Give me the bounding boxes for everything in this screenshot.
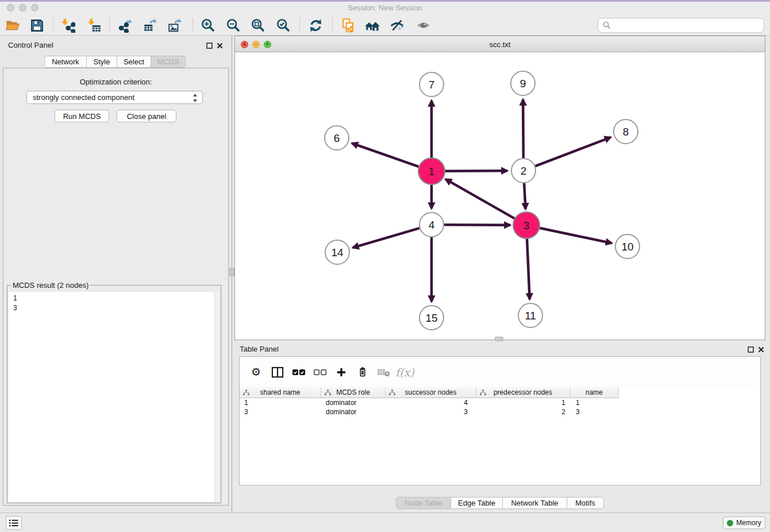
export-table-icon[interactable] <box>140 16 160 34</box>
criterion-select[interactable]: strongly connected component <box>26 91 203 104</box>
export-image-icon[interactable] <box>165 16 184 34</box>
tab-motifs[interactable]: Motifs <box>567 497 604 509</box>
horizontal-splitter-grip[interactable] <box>495 337 503 341</box>
result-scrollbar[interactable] <box>214 292 220 502</box>
graph-node-3[interactable]: 3 <box>513 212 540 238</box>
graph-edge-3-10[interactable] <box>539 228 612 244</box>
graph-node-15[interactable]: 15 <box>419 306 444 330</box>
cell-predecessor-nodes[interactable]: 2 <box>476 407 570 417</box>
network-window-title: scc.txt <box>235 40 765 49</box>
tab-network[interactable]: Network <box>44 56 87 68</box>
zoom-selected-icon[interactable] <box>274 16 293 34</box>
graph-edge-3-1[interactable] <box>445 179 515 219</box>
status-bar: Memory <box>0 512 770 532</box>
table-toolbar: ⚙ f(x) <box>240 357 760 387</box>
main-toolbar <box>0 15 770 36</box>
column-header-shared-name[interactable]: shared name <box>240 387 321 398</box>
graph-edge-4-14[interactable] <box>353 228 419 248</box>
table-row[interactable]: 1 dominator 4 1 1 <box>240 398 760 407</box>
svg-text:8: 8 <box>623 126 629 138</box>
run-mcds-button[interactable]: Run MCDS <box>55 110 109 122</box>
criterion-value: strongly connected component <box>33 93 134 102</box>
graph-edge-1-2[interactable] <box>444 171 507 171</box>
graph-node-11[interactable]: 11 <box>518 303 542 327</box>
close-panel-icon[interactable] <box>217 41 223 51</box>
delete-table-icon[interactable] <box>373 363 394 382</box>
graph-node-6[interactable]: 6 <box>325 126 349 150</box>
refresh-icon[interactable] <box>306 16 325 34</box>
cell-mcds-role[interactable]: dominator <box>321 398 386 407</box>
tab-network-table[interactable]: Network Table <box>503 497 567 509</box>
home-pages-icon[interactable] <box>363 16 382 34</box>
tab-mcds[interactable]: MCDS <box>151 56 186 68</box>
graph-edge-1-6[interactable] <box>352 143 419 167</box>
zoom-fit-icon[interactable] <box>248 16 268 34</box>
mcds-result-list[interactable]: 1 3 <box>9 292 220 502</box>
settings-gear-icon[interactable]: ⚙ <box>245 363 267 382</box>
graph-node-8[interactable]: 8 <box>614 119 638 144</box>
cell-name[interactable]: 3 <box>570 407 619 417</box>
graph-node-10[interactable]: 10 <box>615 234 640 259</box>
tab-style[interactable]: Style <box>87 56 117 68</box>
export-network-icon[interactable] <box>116 16 135 34</box>
import-network-icon[interactable] <box>58 16 78 34</box>
select-all-columns-icon[interactable] <box>288 363 309 382</box>
cell-mcds-role[interactable]: dominator <box>321 407 386 417</box>
column-header-mcds-role[interactable]: MCDS role <box>321 387 386 398</box>
cell-name[interactable]: 1 <box>570 398 619 407</box>
graph-edge-2-3[interactable] <box>524 183 525 209</box>
control-panel: Control Panel Network Style Select MCDS … <box>0 36 232 512</box>
table-row[interactable]: 3 dominator 3 2 3 <box>240 407 760 417</box>
toolbar-separator <box>53 18 53 32</box>
svg-text:9: 9 <box>520 78 526 90</box>
column-header-name[interactable]: name <box>570 387 619 398</box>
hide-panel-icon[interactable] <box>387 16 407 34</box>
open-session-icon[interactable] <box>3 16 22 34</box>
memory-label: Memory <box>736 519 761 527</box>
close-panel-button[interactable]: Close panel <box>117 110 176 122</box>
graph-edge-2-8[interactable] <box>536 137 611 166</box>
graph-node-1[interactable]: 1 <box>418 158 445 184</box>
close-table-panel-icon[interactable] <box>758 345 764 355</box>
network-window-titlebar[interactable]: × − + scc.txt <box>235 36 765 52</box>
graph-node-4[interactable]: 4 <box>419 213 444 237</box>
split-panel-icon[interactable] <box>267 363 288 382</box>
column-header-predecessor-nodes[interactable]: predecessor nodes <box>476 387 570 398</box>
zoom-in-icon[interactable] <box>198 16 218 34</box>
network-graph[interactable]: 7968124314101511 <box>235 52 765 340</box>
table-panel: Table Panel ⚙ <box>234 340 765 512</box>
graph-edge-3-11[interactable] <box>527 238 530 299</box>
float-table-panel-icon[interactable] <box>748 345 754 355</box>
tab-node-table[interactable]: Node Table <box>396 497 451 509</box>
vertical-splitter-grip[interactable] <box>229 268 234 276</box>
function-builder-icon[interactable]: f(x) <box>394 363 415 382</box>
zoom-out-icon[interactable] <box>224 16 243 34</box>
memory-button[interactable]: Memory <box>723 516 765 529</box>
delete-column-icon[interactable] <box>352 363 373 382</box>
search-input[interactable] <box>614 21 764 30</box>
network-canvas[interactable]: 7968124314101511 <box>235 52 765 340</box>
cell-successor-nodes[interactable]: 4 <box>386 398 476 407</box>
tab-select[interactable]: Select <box>117 56 151 68</box>
column-header-successor-nodes[interactable]: successor nodes <box>386 387 476 398</box>
graph-edge-4-3[interactable] <box>444 225 510 225</box>
cell-shared-name[interactable]: 3 <box>240 407 321 417</box>
graph-node-7[interactable]: 7 <box>419 72 444 97</box>
application-window: Session: New Session <box>0 0 770 532</box>
graph-node-9[interactable]: 9 <box>511 71 535 95</box>
show-panel-icon[interactable] <box>414 16 433 34</box>
tab-edge-table[interactable]: Edge Table <box>451 497 503 509</box>
graph-node-14[interactable]: 14 <box>325 240 349 264</box>
unselect-all-columns-icon[interactable] <box>309 363 330 382</box>
graph-node-2[interactable]: 2 <box>511 159 536 183</box>
copy-network-icon[interactable] <box>338 16 357 34</box>
cell-predecessor-nodes[interactable]: 1 <box>476 398 570 407</box>
float-panel-icon[interactable] <box>206 41 213 51</box>
cell-shared-name[interactable]: 1 <box>240 398 321 407</box>
graph-edge-2-9[interactable] <box>523 99 523 158</box>
save-session-icon[interactable] <box>27 16 47 34</box>
task-history-button[interactable] <box>6 516 22 530</box>
import-table-icon[interactable] <box>84 16 104 34</box>
add-column-icon[interactable] <box>330 363 352 382</box>
cell-successor-nodes[interactable]: 3 <box>386 407 476 417</box>
